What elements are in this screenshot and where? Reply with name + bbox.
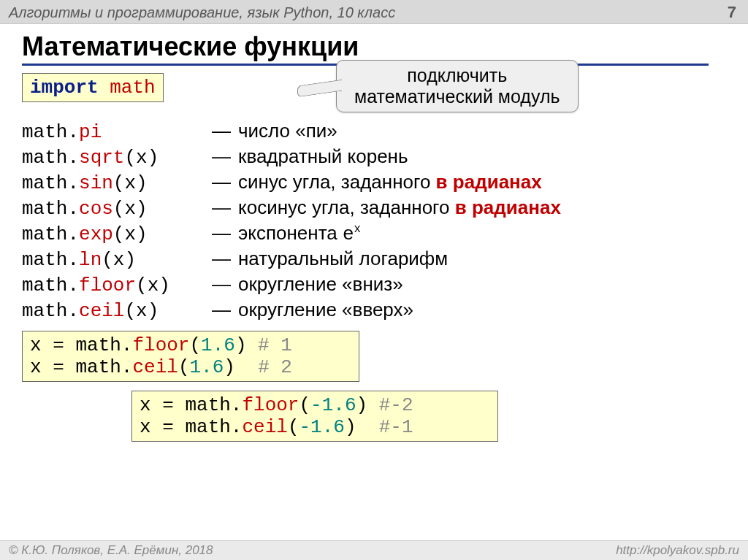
function-code: math.cos(x) bbox=[22, 198, 212, 220]
code-line: x = math.ceil(1.6) # 2 bbox=[30, 356, 351, 378]
function-code: math.pi bbox=[22, 121, 212, 143]
function-code: math.floor(x) bbox=[22, 275, 212, 296]
function-description: квадратный корень bbox=[238, 145, 408, 168]
dash-separator: — bbox=[212, 145, 231, 168]
function-code: math.exp(x) bbox=[22, 223, 212, 245]
function-row: math.floor(x)— округление «вниз» bbox=[22, 273, 726, 296]
footer-bar: © К.Ю. Поляков, Е.А. Ерёмин, 2018 http:/… bbox=[0, 540, 748, 560]
function-code: math.sin(x) bbox=[22, 172, 212, 194]
function-code: math.ln(x) bbox=[22, 249, 212, 271]
import-row: import math подключить математический мо… bbox=[22, 73, 726, 110]
code-line: x = math.ceil(-1.6) #-1 bbox=[140, 416, 490, 438]
function-description: синус угла, заданного в радианах bbox=[238, 171, 542, 193]
dash-separator: — bbox=[212, 171, 231, 193]
function-row: math.exp(x)— экспонента ex bbox=[22, 222, 726, 245]
dash-separator: — bbox=[212, 120, 231, 142]
example-box-2: x = math.floor(-1.6) #-2x = math.ceil(-1… bbox=[131, 391, 498, 442]
function-row: math.cos(x)— косинус угла, заданного в р… bbox=[22, 196, 726, 220]
dash-separator: — bbox=[212, 248, 231, 270]
dash-separator: — bbox=[212, 273, 231, 296]
dash-separator: — bbox=[212, 299, 231, 321]
dash-separator: — bbox=[212, 196, 231, 219]
function-description: округление «вниз» bbox=[238, 273, 403, 296]
function-row: math.sqrt(x)— квадратный корень bbox=[22, 145, 726, 169]
function-description: натуральный логарифм bbox=[238, 248, 448, 270]
callout-line1: подключить bbox=[354, 65, 560, 86]
function-description: экспонента ex bbox=[238, 222, 361, 245]
function-list: math.pi— число «пи»math.sqrt(x)— квадрат… bbox=[22, 120, 726, 322]
function-row: math.ln(x)— натуральный логарифм bbox=[22, 248, 726, 271]
function-code: math.ceil(x) bbox=[22, 300, 212, 322]
callout-box: подключить математический модуль bbox=[336, 60, 579, 112]
dash-separator: — bbox=[212, 222, 231, 245]
code-line: x = math.floor(1.6) # 1 bbox=[30, 334, 351, 356]
import-module: math bbox=[110, 77, 155, 99]
function-description: число «пи» bbox=[238, 120, 337, 142]
import-codebox: import math bbox=[22, 73, 164, 102]
import-keyword: import bbox=[30, 77, 99, 99]
page-number: 7 bbox=[728, 3, 739, 22]
example-box-1: x = math.floor(1.6) # 1x = math.ceil(1.6… bbox=[22, 331, 359, 382]
course-title: Алгоритмы и программирование, язык Pytho… bbox=[9, 4, 395, 21]
function-code: math.sqrt(x) bbox=[22, 147, 212, 169]
function-row: math.sin(x)— синус угла, заданного в рад… bbox=[22, 171, 726, 194]
function-description: косинус угла, заданного в радианах bbox=[238, 196, 561, 219]
header-bar: Алгоритмы и программирование, язык Pytho… bbox=[0, 0, 748, 24]
footer-copyright: © К.Ю. Поляков, Е.А. Ерёмин, 2018 bbox=[9, 543, 213, 558]
footer-url: http://kpolyakov.spb.ru bbox=[616, 543, 739, 558]
content-area: import math подключить математический мо… bbox=[0, 66, 748, 442]
code-line: x = math.floor(-1.6) #-2 bbox=[140, 394, 490, 416]
slide: Алгоритмы и программирование, язык Pytho… bbox=[0, 0, 748, 560]
function-row: math.ceil(x)— округление «вверх» bbox=[22, 299, 726, 322]
callout-line2: математический модуль bbox=[354, 86, 560, 107]
function-description: округление «вверх» bbox=[238, 299, 413, 321]
function-row: math.pi— число «пи» bbox=[22, 120, 726, 143]
